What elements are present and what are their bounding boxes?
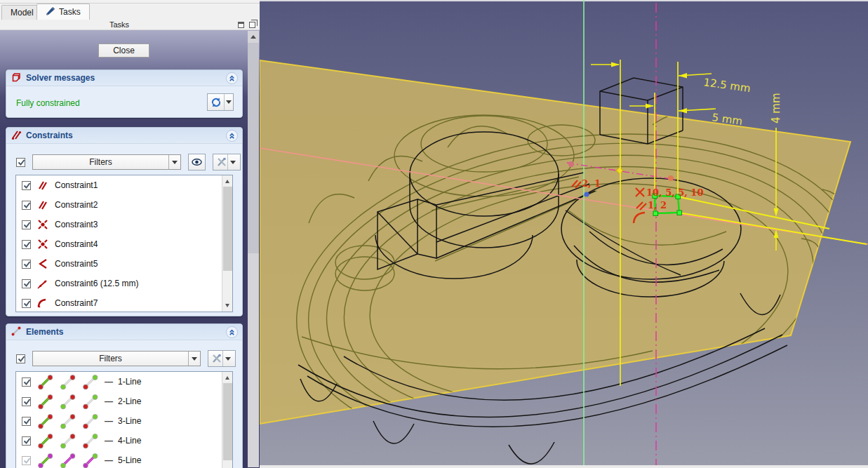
sketch-vertex [653,211,658,216]
constraints-settings-button[interactable] [213,154,241,171]
tools-icon [216,156,227,168]
row-checkbox[interactable] [22,181,31,190]
chevron-down-icon[interactable] [168,155,180,169]
constraint-list[interactable]: Constraint1Constraint2Constraint3Constra… [15,175,233,312]
constraint-row[interactable]: Constraint4 [16,234,232,254]
panel-titlebar: Tasks [0,20,260,30]
element-label: 2-Line [118,396,141,406]
element-label: 3-Line [118,416,141,426]
constraint-tag: 1, 2 [648,200,667,210]
element-row[interactable]: —3-Line [16,411,232,431]
3d-viewport[interactable]: 12.5 mm 5 mm 4 mm [260,0,868,468]
element-label: 4-Line [118,436,141,446]
line-element-icon [36,432,54,450]
constraint-label: Constraint4 [55,239,98,249]
close-button[interactable]: Close [98,44,149,58]
panel-scrollbar[interactable] [248,31,259,467]
collapse-elements-button[interactable] [226,326,238,338]
edge-type-glyph: — [105,377,112,387]
row-checkbox[interactable] [22,436,31,446]
construction-endpoint [568,161,574,167]
row-checkbox[interactable] [22,220,31,229]
edge-type-glyph: — [105,416,112,426]
elements-filter-label: Filters [33,354,188,363]
constraints-filter-combo[interactable]: Filters [32,154,181,170]
element-label: 5-Line [118,455,141,465]
constraints-header[interactable]: Constraints [6,128,242,144]
panel-title: Tasks [0,20,239,29]
freecad-window: Model Tasks Tasks Close [0,0,868,468]
elements-header[interactable]: Elements [6,324,242,340]
row-checkbox[interactable] [22,240,31,249]
tab-tasks-label: Tasks [59,7,81,17]
solver-status-text: Fully constrained [16,98,80,108]
collapse-constraints-button[interactable] [226,130,238,142]
refresh-split-button[interactable] [207,93,234,111]
solver-messages-header[interactable]: Solver messages [6,70,242,86]
element-label: 1-Line [118,377,141,387]
constraint-label: Constraint1 [55,180,98,190]
constraint-row[interactable]: Constraint3 [16,215,232,234]
coincident-constraint-icon [36,218,49,231]
element-list-scrollbar[interactable] [222,372,232,468]
constraint-list-scrollbar[interactable] [222,175,232,312]
element-row[interactable]: —1-Line [16,372,232,392]
coincident-constraint-icon [36,238,49,250]
line-element-icon [36,393,54,410]
chevron-down-icon[interactable] [188,352,200,366]
constraint-label: Constraint5 [55,259,98,269]
scroll-up-button[interactable] [248,31,259,42]
arc-constraint-icon [36,297,49,309]
constraint-label: Constraint6 (12.5 mm) [55,279,138,288]
constraint-row[interactable]: Constraint5 [16,254,232,274]
angle-constraint-icon [36,258,49,270]
elements-filter-combo[interactable]: Filters [32,351,201,366]
collapse-solver-button[interactable] [226,72,238,84]
constraint-row[interactable]: Constraint1 [16,175,232,195]
constraint-label: Constraint2 [55,200,98,210]
parallel-constraint-icon [36,179,49,192]
constraint-label: Constraint3 [55,220,98,229]
float-icon[interactable] [249,22,255,28]
tasks-panel: Model Tasks Tasks Close [0,0,260,468]
row-checkbox[interactable] [22,299,31,308]
line-element-icon [36,413,54,430]
constraint-row[interactable]: Constraint2 [16,195,232,215]
settings-dropdown-arrow[interactable] [227,154,237,170]
constraints-icon [11,129,22,142]
settings-dropdown-arrow[interactable] [222,351,232,366]
line-element-icon [36,373,54,391]
element-row[interactable]: —2-Line [16,392,232,411]
tab-tasks[interactable]: Tasks [36,4,90,20]
dimension-label-4mm[interactable]: 4 mm [770,93,782,123]
line-element-icon [59,413,76,430]
line-element-icon [59,452,76,468]
constraint-row[interactable]: Constraint7 [16,293,232,312]
dock-icon[interactable] [238,22,244,28]
constraints-master-checkbox[interactable] [16,158,25,167]
constraint-row[interactable]: Constraint6 (12.5 mm) [16,274,232,293]
show-hide-eye-button[interactable] [188,154,206,171]
row-checkbox[interactable] [22,279,31,288]
row-checkbox[interactable] [22,456,31,465]
row-checkbox[interactable] [22,417,31,426]
element-list[interactable]: —1-Line—2-Line—3-Line—4-Line—5-Line [15,371,233,468]
solver-messages-section: Solver messages Fully constrained [6,69,243,118]
constraint-tag: 10, 5, 5, 10 [646,187,703,198]
distance-constraint-icon [36,277,49,290]
line-element-icon [36,452,54,468]
parallel-constraint-icon [36,199,49,211]
refresh-dropdown-arrow[interactable] [225,94,233,110]
elements-settings-button[interactable] [208,350,236,367]
row-checkbox[interactable] [22,260,31,269]
panel-scroll-thumb[interactable] [248,43,259,253]
row-checkbox[interactable] [22,377,31,387]
row-checkbox[interactable] [22,201,31,210]
edge-type-glyph: — [105,455,112,465]
row-checkbox[interactable] [22,397,31,406]
element-row[interactable]: —5-Line [16,450,232,468]
elements-master-checkbox[interactable] [16,354,25,363]
element-row[interactable]: —4-Line [16,431,232,450]
refresh-icon[interactable] [208,94,225,110]
line-element-icon [59,432,76,450]
